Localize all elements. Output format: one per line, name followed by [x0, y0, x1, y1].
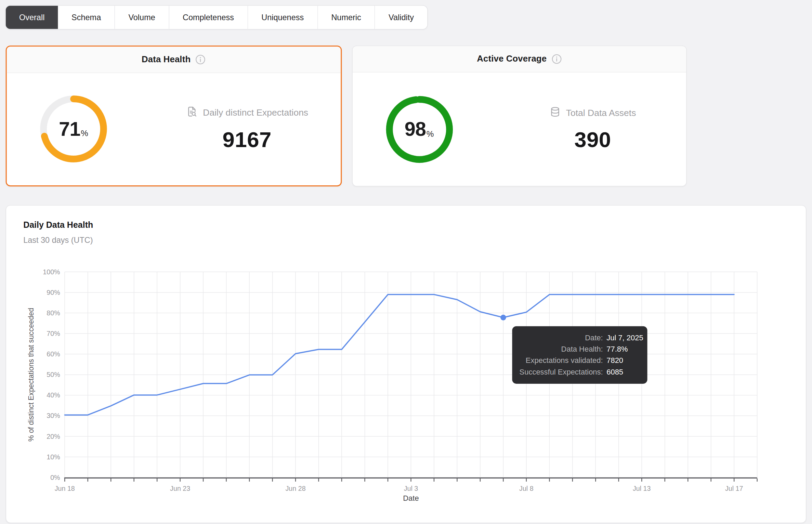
y-tick-label-10: 10% [47, 453, 60, 461]
chart-subtitle: Last 30 days (UTC) [23, 236, 93, 245]
tooltip-label-date-: Date: [520, 333, 603, 343]
y-tick-label-20: 20% [47, 433, 60, 440]
x-tick-label-jun-28: Jun 28 [286, 485, 306, 492]
tab-uniqueness[interactable]: Uniqueness [248, 6, 318, 29]
data-health-card[interactable]: Data Health 71 [6, 45, 342, 186]
daily-data-health-chart[interactable]: 0%10%20%30%40%50%60%70%80%90%100%Jun 18J… [6, 264, 793, 512]
x-axis [64, 478, 757, 482]
info-icon[interactable] [551, 54, 562, 64]
tab-bar: OverallSchemaVolumeCompletenessUniquenes… [5, 5, 428, 29]
dashboard: OverallSchemaVolumeCompletenessUniquenes… [0, 0, 812, 524]
y-tick-label-80: 80% [47, 309, 60, 317]
active-coverage-percent: 98 [405, 118, 426, 140]
active-coverage-title: Active Coverage [477, 54, 547, 64]
metric-value: 390 [574, 127, 611, 152]
percent-sign: % [427, 129, 434, 139]
data-health-body: 71 % [7, 73, 341, 185]
metric-value: 9167 [223, 127, 272, 152]
chart-title: Daily Data Health [23, 220, 93, 230]
active-coverage-body: 98 % Total Data Assets [352, 73, 686, 186]
y-axis-title: % of distinct Expectations that succeede… [27, 308, 35, 442]
metric-label: Daily distinct Expectations [203, 107, 308, 118]
gridlines [65, 272, 757, 477]
x-tick-label-jun-23: Jun 23 [170, 485, 190, 492]
active-coverage-metric: Total Data Assets 390 [499, 73, 686, 186]
y-tick-label-30: 30% [47, 412, 60, 419]
y-tick-label-50: 50% [47, 371, 60, 378]
tab-overall[interactable]: Overall [6, 6, 58, 29]
tooltip-value-expectations-validated-: 7820 [606, 356, 643, 366]
highlighted-point[interactable] [500, 315, 506, 320]
tooltip-value-successful-expectations-: 6085 [606, 367, 643, 377]
y-tick-label-70: 70% [47, 330, 60, 337]
info-icon[interactable] [195, 54, 206, 65]
data-health-donut: 71 % [40, 95, 107, 163]
tab-validity[interactable]: Validity [375, 6, 428, 29]
x-tick-label-jun-18: Jun 18 [55, 485, 75, 492]
percent-sign: % [81, 129, 88, 138]
tooltip-label-successful-expectations-: Successful Expectations: [520, 367, 603, 377]
tab-volume[interactable]: Volume [115, 6, 169, 29]
x-tick-label-jul-17: Jul 17 [725, 485, 743, 492]
file-search-icon [186, 106, 198, 120]
tooltip-value-data-health-: 77.8% [606, 344, 643, 354]
x-tick-label-jul-3: Jul 3 [404, 485, 418, 492]
y-tick-label-0: 0% [50, 474, 60, 481]
database-icon [549, 106, 561, 119]
tooltip-value-date-: Jul 7, 2025 [606, 333, 643, 343]
data-health-percent: 71 [59, 118, 80, 140]
x-tick-label-jul-13: Jul 13 [633, 485, 651, 492]
active-coverage-donut: 98 % [385, 95, 453, 163]
tooltip-label-expectations-validated-: Expectations validated: [520, 356, 603, 366]
active-coverage-card[interactable]: Active Coverage 98 [352, 45, 687, 186]
chart-tooltip: Date:Jul 7, 2025Data Health:77.8%Expecta… [512, 326, 647, 384]
daily-data-health-card: Daily Data Health Last 30 days (UTC) 0%1… [6, 205, 807, 523]
summary-cards: Data Health 71 [6, 45, 687, 186]
data-health-header: Data Health [7, 47, 341, 73]
y-axis-labels: 0%10%20%30%40%50%60%70%80%90%100% [43, 268, 60, 481]
tooltip-label-data-health-: Data Health: [520, 344, 603, 354]
x-axis-title: Date [403, 494, 419, 502]
tab-numeric[interactable]: Numeric [318, 6, 375, 29]
metric-label: Total Data Assets [566, 107, 636, 118]
x-axis-labels: Jun 18Jun 23Jun 28Jul 3Jul 8Jul 13Jul 17 [55, 485, 743, 492]
y-tick-label-100: 100% [43, 268, 60, 276]
tab-schema[interactable]: Schema [58, 6, 115, 29]
y-tick-label-90: 90% [47, 289, 60, 296]
y-tick-label-60: 60% [47, 350, 60, 358]
data-health-title: Data Health [142, 54, 191, 65]
tab-completeness[interactable]: Completeness [169, 6, 248, 29]
x-tick-label-jul-8: Jul 8 [519, 485, 534, 492]
active-coverage-header: Active Coverage [352, 46, 686, 73]
y-tick-label-40: 40% [47, 391, 60, 399]
data-health-metric: Daily distinct Expectations 9167 [154, 73, 340, 185]
